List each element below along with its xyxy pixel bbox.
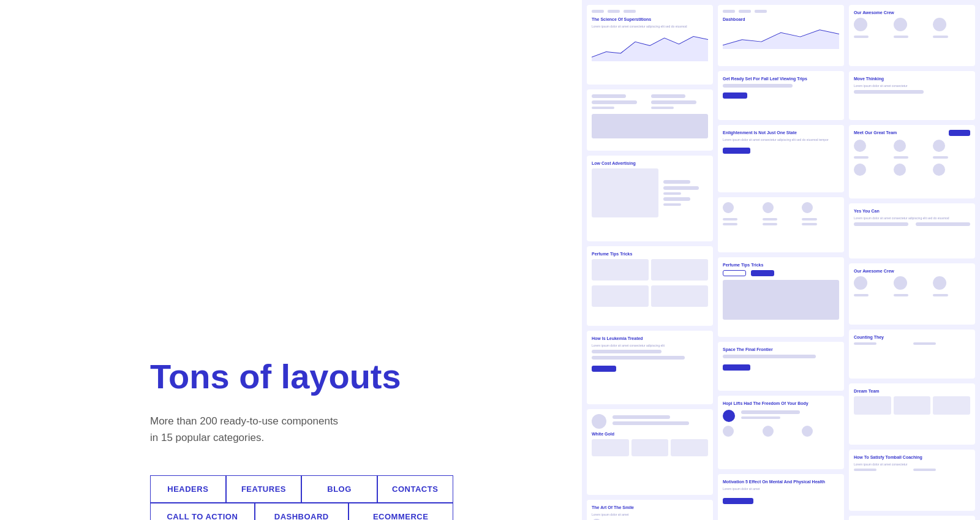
- tag-headers[interactable]: HEADERS: [150, 475, 226, 503]
- tags-row-2: CALL TO ACTION DASHBOARD ECOMMERCE: [150, 503, 453, 520]
- wireframe-column-2: Dashboard Get Ready Set For Fall Leaf Vi…: [718, 5, 844, 520]
- subtitle: More than 200 ready-to-use components in…: [150, 413, 453, 446]
- wf-card-space: Space The Final Frontier: [718, 342, 844, 391]
- wf-card-4: Perfume Tips Tricks: [587, 246, 713, 326]
- left-content: Tons of layouts More than 200 ready-to-u…: [150, 358, 453, 520]
- tags-grid: HEADERS FEATURES BLOG CONTACTS CALL TO A…: [150, 475, 453, 520]
- wf-card-perfume2: Perfume Tips Tricks: [718, 257, 844, 337]
- wf-card-crew1: Our Awesome Crew: [849, 5, 975, 66]
- tag-contacts[interactable]: CONTACTS: [377, 475, 453, 503]
- tag-blog[interactable]: BLOG: [301, 475, 377, 503]
- wireframe-column-3: Our Awesome Crew Move Thinking Lorem ips…: [849, 5, 975, 520]
- wf-card-yesyou: Yes You Can Lorem ipsum dolor sit amet c…: [849, 203, 975, 258]
- wf-card-hopi: Hopi Lifts Had The Freedom Of Your Body: [718, 396, 844, 469]
- tag-dashboard[interactable]: DASHBOARD: [255, 503, 349, 520]
- wf-card-5: How Is Leukemia Treated Lorem ipsum dolo…: [587, 331, 713, 404]
- wf-card-dash-1: Dashboard: [718, 5, 844, 66]
- tag-call-to-action[interactable]: CALL TO ACTION: [150, 503, 255, 520]
- wf-card-6: White Gold: [587, 409, 713, 495]
- tag-ecommerce[interactable]: ECOMMERCE: [349, 503, 453, 520]
- wf-card-enlightenment: Enlightenment Is Not Just One State Lore…: [718, 125, 844, 192]
- wf-card-7: The Art Of The Smile Lorem ipsum dolor s…: [587, 500, 713, 520]
- main-heading: Tons of layouts: [150, 358, 453, 396]
- wf-card-2: [587, 89, 713, 151]
- tag-features[interactable]: FEATURES: [226, 475, 302, 503]
- wf-card-move: Move Thinking Lorem ipsum dolor sit amet…: [849, 71, 975, 120]
- wf-card-dreamteam: Dream Team: [849, 383, 975, 445]
- right-panel: The Science Of Superstitions Lorem ipsum…: [582, 0, 980, 520]
- wf-card-motivation: Motivation 5 Effect On Mental And Physic…: [718, 474, 844, 520]
- wf-card-getready: Get Ready Set For Fall Leaf Viewing Trip…: [718, 71, 844, 120]
- wf-card-features: [718, 197, 844, 252]
- wf-card-3: Low Cost Advertising: [587, 156, 713, 241]
- tags-row-1: HEADERS FEATURES BLOG CONTACTS: [150, 475, 453, 503]
- wireframe-column-1: The Science Of Superstitions Lorem ipsum…: [587, 5, 713, 520]
- left-panel: Tons of layouts More than 200 ready-to-u…: [0, 0, 582, 520]
- wf-card-counting: Counting They: [849, 330, 975, 379]
- wf-card-crew2: Our Awesome Crew: [849, 263, 975, 325]
- wf-card-nicholas: Nicholas Morning +: [849, 516, 975, 520]
- wf-card-howto: How To Satisfy Tomball Coaching Lorem ip…: [849, 450, 975, 511]
- wf-card-team1: Meet Our Great Team: [849, 125, 975, 198]
- wf-card-1: The Science Of Superstitions Lorem ipsum…: [587, 5, 713, 85]
